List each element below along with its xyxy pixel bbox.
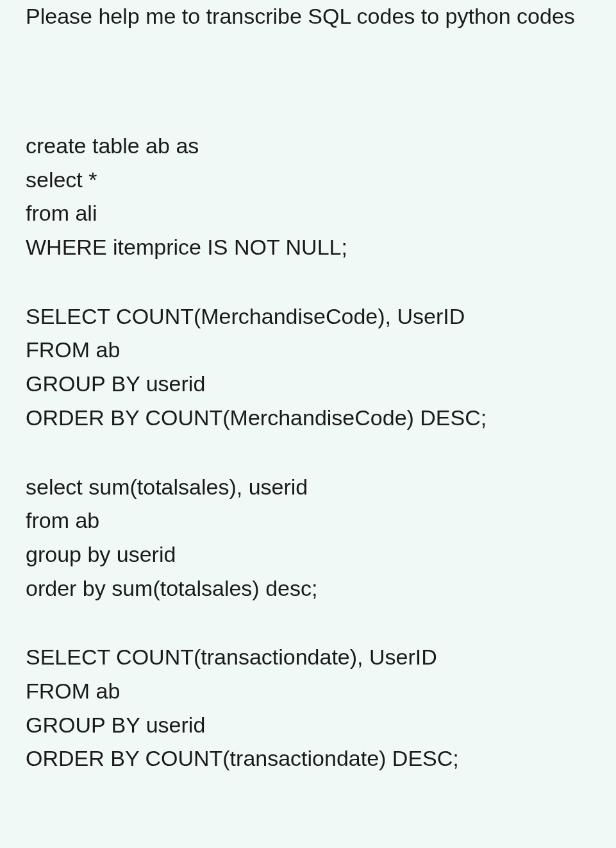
intro-text: Please help me to transcribe SQL codes t… — [26, 0, 590, 33]
sql-block-1: create table ab as select * from ali WHE… — [26, 129, 590, 264]
sql-block-3: select sum(totalsales), userid from ab g… — [26, 470, 590, 606]
sql-block-2: SELECT COUNT(MerchandiseCode), UserID FR… — [26, 300, 590, 435]
sql-block-4: SELECT COUNT(transactiondate), UserID FR… — [26, 640, 590, 776]
